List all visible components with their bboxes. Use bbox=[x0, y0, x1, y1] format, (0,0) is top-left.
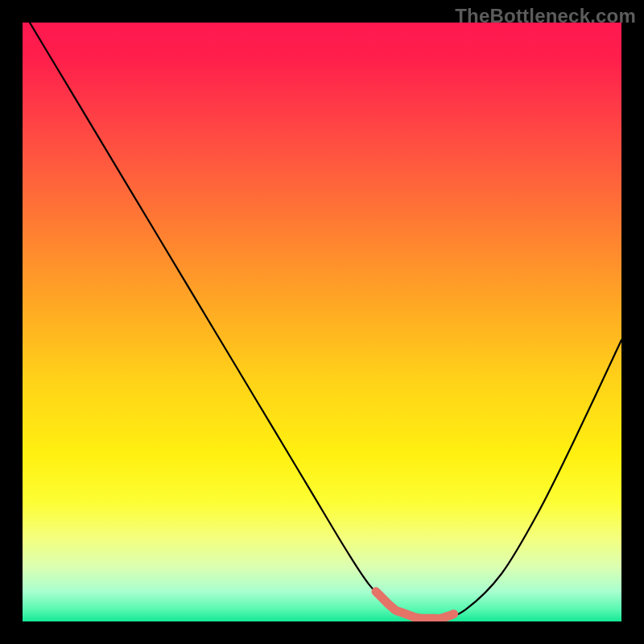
watermark-text: TheBottleneck.com bbox=[455, 5, 636, 27]
bottleneck-curve-path bbox=[23, 23, 621, 620]
curve-layer bbox=[23, 23, 621, 621]
chart-frame: TheBottleneck.com bbox=[0, 0, 644, 644]
plot-area bbox=[23, 23, 621, 621]
flat-bottom-highlight bbox=[376, 592, 454, 619]
